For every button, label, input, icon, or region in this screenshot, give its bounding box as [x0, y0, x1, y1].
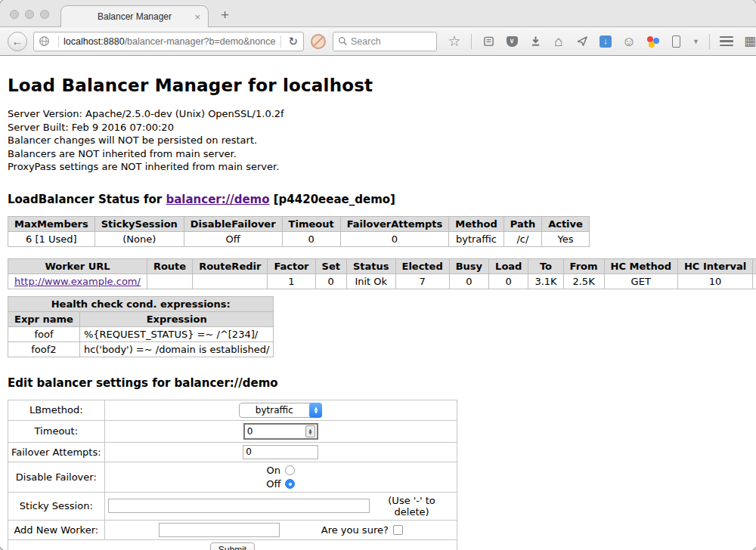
url-domain: localhost:8880 — [64, 36, 125, 47]
search-bar[interactable] — [333, 32, 437, 51]
health-check-table: Health check cond. expressions: Expr nam… — [8, 296, 274, 357]
col-stickysession: StickySession — [94, 216, 184, 231]
form-row-disable-failover: Disable Failover: On Off — [8, 462, 457, 492]
home-icon[interactable]: ⌂ — [552, 35, 565, 48]
new-tab-button[interactable]: + — [221, 7, 229, 23]
search-icon — [338, 36, 348, 46]
menu-hamburger-icon[interactable] — [720, 35, 733, 48]
col-routeredir: RouteRedir — [193, 258, 268, 273]
back-button[interactable]: ← — [8, 32, 27, 51]
pocket-icon[interactable]: ∨ — [505, 35, 519, 48]
worker-url-link[interactable]: http://www.example.com/ — [14, 276, 141, 287]
table-header-row: Worker URL Route RouteRedir Factor Set S… — [8, 258, 756, 273]
radio-on-label: On — [267, 465, 280, 476]
add-worker-input[interactable] — [159, 523, 280, 537]
server-info: Server Version: Apache/2.5.0-dev (Unix) … — [8, 107, 748, 174]
col-to: To — [528, 258, 563, 273]
cell-expr-name: foof2 — [8, 341, 80, 357]
cell-method: bytraffic — [449, 231, 503, 246]
col-expr-name: Expr name — [8, 311, 80, 326]
toolbar-icons: ☆ ∨ ⌂ ↓ ☺ ▼ ▦ — [448, 34, 756, 49]
cell-set: 0 — [315, 273, 346, 289]
url-path: /balancer-manager?b=demo&nonce=decc37be-… — [125, 36, 277, 47]
col-factor: Factor — [268, 258, 315, 273]
cell-route — [147, 273, 192, 289]
are-you-sure-checkbox[interactable] — [393, 525, 403, 535]
search-input[interactable] — [351, 36, 432, 47]
table-row: foof %{REQUEST_STATUS} =~ /^[234]/ — [8, 326, 274, 341]
col-set: Set — [315, 258, 346, 273]
server-version-line: Server Version: Apache/2.5.0-dev (Unix) … — [8, 107, 748, 121]
cell-maxmembers: 6 [1 Used] — [8, 231, 95, 246]
col-timeout: Timeout — [282, 216, 340, 231]
confirm-label: Are you sure? — [321, 524, 389, 536]
url-bar[interactable]: localhost:8880/balancer-manager?b=demo&n… — [33, 32, 304, 51]
browser-window: Balancer Manager × + ← localhost:8880/ba… — [0, 0, 756, 550]
col-path: Path — [503, 216, 541, 231]
window-controls[interactable] — [10, 10, 49, 19]
col-elected: Elected — [395, 258, 449, 273]
multicolor-extension-icon[interactable] — [646, 35, 659, 48]
cell-expr-name: foof — [8, 326, 80, 341]
table-title-row: Health check cond. expressions: — [8, 296, 274, 311]
table-header-row: MaxMembers StickySession DisableFailover… — [8, 216, 590, 231]
inherit-note-line: Balancers are NOT inherited from main se… — [8, 147, 748, 161]
status-heading-prefix: LoadBalancer Status for — [8, 193, 166, 206]
col-route: Route — [147, 258, 192, 273]
close-window-button[interactable] — [10, 10, 19, 19]
lbmethod-select[interactable]: bytraffic ▲▼ — [239, 403, 322, 418]
balancer-status-table: MaxMembers StickySession DisableFailover… — [8, 216, 590, 247]
cell-to: 3.1K — [528, 273, 563, 289]
cell-timeout: 0 — [282, 231, 340, 246]
timeout-input[interactable] — [245, 426, 305, 437]
cell-disablefailover: Off — [184, 231, 282, 246]
globe-icon — [39, 36, 50, 47]
back-arrow-icon: ← — [12, 35, 23, 48]
col-method: Method — [449, 216, 503, 231]
toolbar-separator — [471, 34, 472, 49]
balancer-demo-link[interactable]: balancer://demo — [166, 193, 269, 206]
tab-close-icon[interactable]: × — [194, 12, 200, 22]
downloads-icon[interactable] — [528, 35, 542, 48]
disable-failover-off-radio[interactable] — [285, 479, 295, 489]
col-busy: Busy — [449, 258, 488, 273]
bookmarks-menu-icon[interactable] — [482, 35, 495, 48]
submit-button[interactable]: Submit — [210, 542, 255, 550]
reload-icon[interactable]: ↻ — [286, 35, 300, 48]
overflow-caret-icon[interactable]: ▼ — [692, 38, 699, 45]
table-row: foof2 hc('body') =~ /domain is establish… — [8, 341, 274, 357]
status-heading-suffix: [p4420eeae_demo] — [270, 193, 395, 206]
cell-active: Yes — [542, 231, 590, 246]
tab-bar: Balancer Manager × + — [0, 0, 756, 27]
tab-balancer-manager[interactable]: Balancer Manager × — [60, 5, 209, 27]
disable-failover-on-radio[interactable] — [285, 465, 295, 475]
clipboard-extension-icon[interactable] — [669, 35, 683, 48]
col-passes: Passes — [753, 258, 756, 273]
cell-path: /c/ — [503, 231, 541, 246]
grid-extension-icon[interactable]: ▦ — [743, 35, 756, 48]
url-text[interactable]: localhost:8880/balancer-manager?b=demo&n… — [64, 36, 276, 47]
col-disablefailover: DisableFailover — [184, 216, 282, 231]
number-spinner-icon[interactable]: ▲▼ — [305, 425, 315, 437]
table-row: http://www.example.com/ 1 0 Init Ok 7 0 … — [8, 273, 756, 289]
lbmethod-selected-value: bytraffic — [256, 405, 293, 416]
zoom-window-button[interactable] — [40, 10, 49, 19]
minimize-window-button[interactable] — [25, 10, 34, 19]
table-row: 6 [1 Used] (None) Off 0 0 bytraffic /c/ … — [8, 231, 590, 246]
disable-failover-label: Disable Failover: — [8, 462, 105, 492]
cell-hc-method: GET — [604, 273, 677, 289]
form-row-sticky-session: Sticky Session: (Use '-' to delete) — [8, 492, 457, 520]
cell-expression: %{REQUEST_STATUS} =~ /^[234]/ — [79, 326, 274, 341]
feedback-smiley-icon[interactable]: ☺ — [622, 35, 636, 48]
blocker-extension-icon[interactable] — [311, 34, 326, 49]
failover-attempts-input[interactable] — [243, 445, 318, 459]
loadbalancer-status-heading: LoadBalancer Status for balancer://demo … — [8, 193, 748, 206]
form-row-failover-attempts: Failover Attempts: — [8, 442, 457, 462]
col-worker-url: Worker URL — [8, 258, 147, 273]
bookmark-star-icon[interactable]: ☆ — [448, 35, 461, 48]
toolbar-separator-2 — [709, 34, 710, 49]
cell-worker-url: http://www.example.com/ — [8, 273, 147, 289]
send-tab-icon[interactable] — [575, 35, 589, 48]
sticky-session-input[interactable] — [108, 499, 370, 513]
download-extension-icon[interactable]: ↓ — [599, 35, 612, 48]
